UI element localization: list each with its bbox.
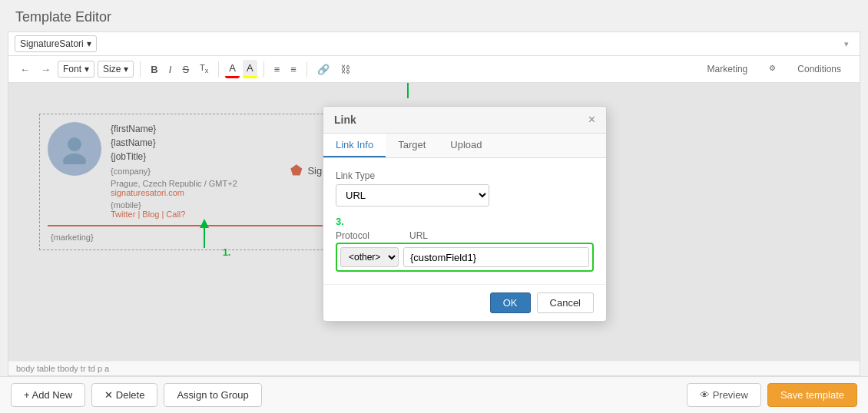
step3-text: 3. — [336, 216, 344, 227]
breadcrumb-tr[interactable]: tr — [81, 364, 86, 373]
tab-conditions[interactable]: Conditions — [787, 60, 852, 78]
link-type-label: Link Type — [336, 170, 594, 181]
url-input[interactable] — [403, 247, 589, 267]
modal-overlay: Link × Link Info Target Upload Link Type — [8, 83, 860, 361]
protocol-select[interactable]: <other> http:// https:// ftp:// mailto: — [340, 247, 399, 267]
preview-button[interactable]: 👁 Preview — [687, 383, 761, 407]
breadcrumb-tbody[interactable]: tbody — [58, 364, 78, 373]
delete-button[interactable]: ✕ Delete — [91, 383, 157, 407]
unordered-list-button[interactable]: ≡ — [287, 61, 300, 78]
editor-wrapper: SignatureSatori ▾ ▾ ← → Font ▾ Size ▾ B … — [8, 31, 860, 376]
right-actions: 👁 Preview Save template — [687, 383, 857, 407]
modal-close-button[interactable]: × — [588, 113, 595, 127]
size-select[interactable]: Size ▾ — [98, 61, 134, 78]
app-container: Template Editor SignatureSatori ▾ ▾ ← → … — [0, 0, 868, 413]
breadcrumb-a[interactable]: a — [104, 364, 109, 373]
ordered-list-button[interactable]: ≡ — [270, 61, 284, 78]
bg-color-button[interactable]: A — [243, 60, 257, 78]
bottom-bar: + Add New ✕ Delete Assign to Group 👁 Pre… — [0, 376, 868, 413]
unlink-button[interactable]: ⛓ — [336, 61, 354, 78]
breadcrumb-bar: body table tbody tr td p a — [8, 361, 860, 375]
modal-tabs: Link Info Target Upload — [323, 134, 606, 158]
url-label: URL — [409, 230, 428, 241]
conditions-icon: ⚙ — [758, 60, 787, 78]
url-labels: Protocol URL — [336, 230, 594, 241]
separator-4 — [306, 61, 307, 77]
add-new-button[interactable]: + Add New — [11, 383, 85, 407]
font-label: Font — [63, 64, 81, 74]
font-color-button[interactable]: A — [225, 60, 240, 78]
app-title: Template Editor — [0, 0, 868, 31]
formatting-toolbar: ← → Font ▾ Size ▾ B I S Tx A A ≡ ≡ 🔗 — [8, 56, 860, 83]
modal-footer: OK Cancel — [323, 284, 606, 321]
right-dropdown-arrow: ▾ — [844, 39, 849, 49]
font-select[interactable]: Font ▾ — [58, 61, 94, 78]
ok-button[interactable]: OK — [490, 292, 531, 313]
breadcrumb-body[interactable]: body — [16, 364, 35, 373]
bold-button[interactable]: B — [147, 61, 161, 78]
modal-title: Link — [334, 114, 356, 126]
cancel-button[interactable]: Cancel — [537, 292, 594, 313]
link-button[interactable]: 🔗 — [313, 61, 333, 78]
font-dropdown-arrow: ▾ — [84, 64, 89, 74]
italic-button[interactable]: I — [165, 61, 176, 78]
size-dropdown-arrow: ▾ — [124, 64, 128, 74]
editor-area[interactable]: {firstName} {lastName} {jobTitle} {compa… — [8, 83, 860, 361]
tab-target[interactable]: Target — [386, 134, 438, 157]
strikethrough-button[interactable]: S — [178, 61, 193, 78]
breadcrumb-table[interactable]: table — [37, 364, 55, 373]
clear-format-button[interactable]: Tx — [196, 61, 212, 77]
modal-header: Link × — [323, 107, 606, 134]
modal-body: Link Type URL 3. — [323, 158, 606, 284]
template-dropdown-arrow: ▾ — [87, 38, 91, 49]
tab-upload[interactable]: Upload — [438, 134, 494, 157]
template-name-value: SignatureSatori — [20, 38, 84, 49]
tab-marketing[interactable]: Marketing — [697, 60, 759, 78]
separator-3 — [263, 61, 264, 77]
save-template-button[interactable]: Save template — [767, 383, 857, 407]
link-type-select[interactable]: URL — [336, 184, 489, 206]
link-dialog: Link × Link Info Target Upload Link Type — [323, 106, 607, 322]
url-row: <other> http:// https:// ftp:// mailto: — [336, 243, 594, 272]
redo-button[interactable]: → — [37, 61, 55, 78]
breadcrumb-td[interactable]: td — [88, 364, 95, 373]
link-type-group: Link Type URL — [336, 170, 594, 206]
template-name-select[interactable]: SignatureSatori ▾ — [15, 35, 97, 52]
eye-icon: 👁 — [700, 389, 710, 401]
undo-button[interactable]: ← — [16, 61, 34, 78]
size-label: Size — [103, 64, 121, 74]
right-nav-tabs: Marketing ⚙ Conditions — [697, 60, 852, 78]
tab-link-info[interactable]: Link Info — [323, 134, 386, 157]
breadcrumb-p[interactable]: p — [98, 364, 102, 373]
template-name-bar: SignatureSatori ▾ ▾ — [8, 32, 860, 56]
assign-to-group-button[interactable]: Assign to Group — [164, 383, 261, 407]
protocol-label: Protocol — [336, 230, 405, 241]
preview-label: Preview — [713, 389, 748, 401]
separator-2 — [218, 61, 219, 77]
separator-1 — [140, 61, 141, 77]
step3-label: 3. — [336, 216, 594, 227]
